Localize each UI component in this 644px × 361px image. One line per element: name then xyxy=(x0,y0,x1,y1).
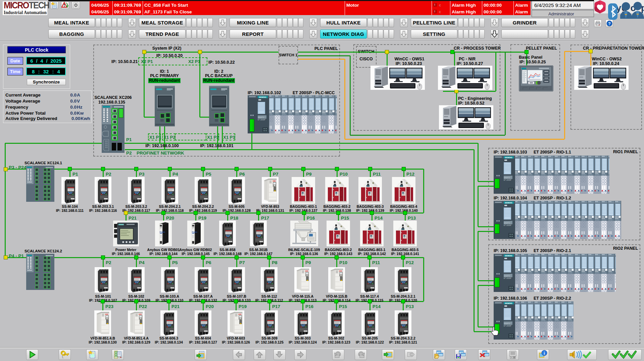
svg-text:ET 200SP: ET 200SP xyxy=(504,224,511,226)
svg-text:SIEMENS: SIEMENS xyxy=(505,202,512,204)
svg-text:SIEMENS: SIEMENS xyxy=(259,96,266,98)
svg-text:ET 200SP: ET 200SP xyxy=(504,179,511,181)
svg-text:SIEMENS: SIEMENS xyxy=(505,157,512,159)
svg-text:?: ? xyxy=(608,21,610,26)
svg-text:SIMATIC: SIMATIC xyxy=(504,222,510,224)
svg-text:SIMATIC: SIMATIC xyxy=(504,177,510,179)
svg-text:SIEMENS: SIEMENS xyxy=(505,255,512,257)
svg-text:SIMATIC: SIMATIC xyxy=(504,322,510,324)
svg-text:SIMATIC: SIMATIC xyxy=(504,275,510,277)
svg-text:ET 200SP: ET 200SP xyxy=(504,277,511,279)
svg-text:SIEMENS: SIEMENS xyxy=(505,302,512,304)
svg-text:ET 200SP: ET 200SP xyxy=(504,325,511,327)
svg-text:ET 200SP: ET 200SP xyxy=(258,119,265,121)
svg-text:SIMATIC: SIMATIC xyxy=(258,116,264,118)
